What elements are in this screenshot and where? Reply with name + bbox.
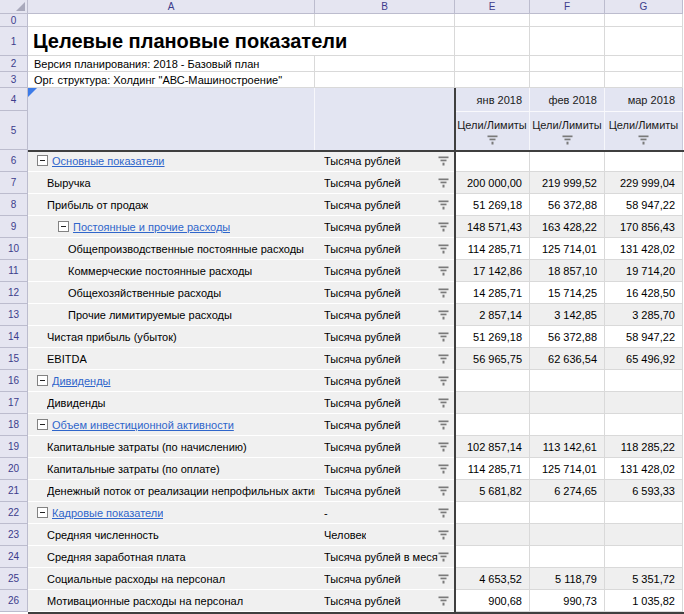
- column-header-F[interactable]: F: [530, 0, 605, 14]
- value-cell[interactable]: 3 142,85: [530, 304, 605, 326]
- value-cell[interactable]: [455, 502, 530, 524]
- collapse-icon[interactable]: [58, 221, 69, 232]
- empty-cell[interactable]: [28, 14, 315, 27]
- row-header[interactable]: 4: [0, 88, 28, 111]
- unit-filter-icon[interactable]: [438, 464, 449, 474]
- row-header[interactable]: 16: [0, 370, 28, 392]
- value-cell[interactable]: 163 428,22: [530, 216, 605, 238]
- value-cell[interactable]: 5 118,79: [530, 568, 605, 590]
- value-cell[interactable]: 15 714,25: [530, 282, 605, 304]
- value-cell[interactable]: [605, 546, 683, 568]
- column-header-A[interactable]: A: [28, 0, 315, 14]
- value-cell[interactable]: [530, 546, 605, 568]
- unit-filter-icon[interactable]: [438, 486, 449, 496]
- empty-cell[interactable]: [605, 72, 683, 88]
- value-cell[interactable]: 62 636,54: [530, 348, 605, 370]
- empty-cell[interactable]: [530, 56, 605, 72]
- value-cell[interactable]: 229 999,04: [605, 172, 683, 194]
- row-header[interactable]: 10: [0, 238, 28, 260]
- unit-filter-icon[interactable]: [438, 530, 449, 540]
- unit-filter-icon[interactable]: [438, 398, 449, 408]
- value-cell[interactable]: 131 428,02: [605, 458, 683, 480]
- unit-filter-icon[interactable]: [438, 376, 449, 386]
- row-header[interactable]: 19: [0, 436, 28, 458]
- value-cell[interactable]: 58 947,22: [605, 194, 683, 216]
- value-cell[interactable]: 16 428,50: [605, 282, 683, 304]
- unit-filter-icon[interactable]: [438, 508, 449, 518]
- unit-filter-icon[interactable]: [438, 574, 449, 584]
- value-cell[interactable]: [530, 392, 605, 414]
- value-cell[interactable]: 114 285,71: [455, 458, 530, 480]
- value-cell[interactable]: 200 000,00: [455, 172, 530, 194]
- empty-cell[interactable]: [455, 27, 530, 56]
- value-cell[interactable]: 19 714,20: [605, 260, 683, 282]
- value-cell[interactable]: 14 285,71: [455, 282, 530, 304]
- value-cell[interactable]: 5 351,72: [605, 568, 683, 590]
- value-cell[interactable]: 18 857,10: [530, 260, 605, 282]
- empty-cell[interactable]: [315, 14, 455, 27]
- value-cell[interactable]: 5 681,82: [455, 480, 530, 502]
- row-header[interactable]: 1: [0, 27, 28, 56]
- collapse-icon[interactable]: [37, 419, 48, 430]
- value-cell[interactable]: 170 856,43: [605, 216, 683, 238]
- value-cell[interactable]: [455, 370, 530, 392]
- empty-cell[interactable]: [530, 14, 605, 27]
- value-cell[interactable]: 56 965,75: [455, 348, 530, 370]
- value-cell[interactable]: 102 857,14: [455, 436, 530, 458]
- value-cell[interactable]: [605, 524, 683, 546]
- value-cell[interactable]: [455, 546, 530, 568]
- empty-cell[interactable]: [455, 72, 530, 88]
- value-cell[interactable]: [455, 392, 530, 414]
- value-cell[interactable]: [530, 370, 605, 392]
- column-header-B[interactable]: B: [315, 0, 455, 14]
- value-cell[interactable]: 113 142,61: [530, 436, 605, 458]
- empty-cell[interactable]: [605, 56, 683, 72]
- value-cell[interactable]: [605, 392, 683, 414]
- row-header[interactable]: 24: [0, 546, 28, 568]
- unit-filter-icon[interactable]: [438, 552, 449, 562]
- row-header[interactable]: 22: [0, 502, 28, 524]
- row-header[interactable]: 15: [0, 348, 28, 370]
- measure-filter-icon[interactable]: [562, 135, 573, 145]
- measure-filter-icon[interactable]: [487, 135, 498, 145]
- row-header[interactable]: 7: [0, 172, 28, 194]
- empty-cell[interactable]: [455, 56, 530, 72]
- row-header[interactable]: 21: [0, 480, 28, 502]
- empty-cell[interactable]: [455, 14, 530, 27]
- group-link[interactable]: Кадровые показатели: [52, 507, 163, 519]
- value-cell[interactable]: [530, 524, 605, 546]
- unit-filter-icon[interactable]: [438, 442, 449, 452]
- empty-cell[interactable]: [530, 72, 605, 88]
- unit-filter-icon[interactable]: [438, 310, 449, 320]
- measure-filter-icon[interactable]: [638, 135, 649, 145]
- value-cell[interactable]: 65 496,92: [605, 348, 683, 370]
- column-header-E[interactable]: E: [455, 0, 530, 14]
- row-header[interactable]: 9: [0, 216, 28, 238]
- value-cell[interactable]: 3 285,70: [605, 304, 683, 326]
- row-header[interactable]: 20: [0, 458, 28, 480]
- value-cell[interactable]: [455, 414, 530, 436]
- empty-cell[interactable]: [605, 14, 683, 27]
- group-link[interactable]: Основные показатели: [52, 155, 165, 167]
- unit-filter-icon[interactable]: [438, 288, 449, 298]
- row-header[interactable]: 14: [0, 326, 28, 348]
- value-cell[interactable]: 125 714,01: [530, 458, 605, 480]
- value-cell[interactable]: [605, 150, 683, 172]
- empty-cell[interactable]: [315, 56, 455, 72]
- collapse-icon[interactable]: [37, 375, 48, 386]
- row-header[interactable]: 2: [0, 56, 28, 72]
- value-cell[interactable]: [455, 524, 530, 546]
- value-cell[interactable]: 1 035,82: [605, 590, 683, 612]
- unit-filter-icon[interactable]: [438, 222, 449, 232]
- row-header[interactable]: 18: [0, 414, 28, 436]
- value-cell[interactable]: 900,68: [455, 590, 530, 612]
- value-cell[interactable]: 56 372,88: [530, 326, 605, 348]
- value-cell[interactable]: [605, 502, 683, 524]
- unit-filter-icon[interactable]: [438, 596, 449, 606]
- value-cell[interactable]: 990,73: [530, 590, 605, 612]
- value-cell[interactable]: 4 653,52: [455, 568, 530, 590]
- value-cell[interactable]: 17 142,86: [455, 260, 530, 282]
- unit-filter-icon[interactable]: [438, 178, 449, 188]
- collapse-icon[interactable]: [37, 155, 48, 166]
- value-cell[interactable]: 131 428,02: [605, 238, 683, 260]
